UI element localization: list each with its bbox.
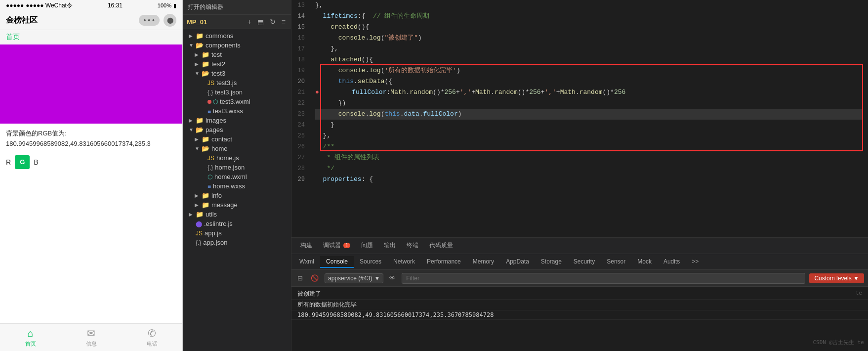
tab-debugger[interactable]: 调试器 1 (318, 239, 355, 253)
tree-item-test3wxml[interactable]: ⬡ test3.wxml (183, 97, 291, 106)
folder-label: info (211, 192, 222, 199)
bottom-nav-home[interactable]: ⌂ 首页 (0, 324, 61, 351)
json-file-icon: {.} (207, 89, 213, 96)
code-lines[interactable]: }, lifetimes:{ // 组件的生命周期 created(){ con… (309, 0, 868, 237)
json-file-icon: {.} (207, 164, 213, 171)
collapse-button[interactable]: ≡ (280, 17, 287, 27)
tree-item-contact[interactable]: ▶ 📁 contact (183, 134, 291, 144)
subtab-more[interactable]: >> (686, 256, 704, 268)
tree-item-home[interactable]: ▼ 📂 home (183, 144, 291, 153)
subtab-storage[interactable]: Storage (535, 256, 568, 268)
file-label: home.wxml (214, 173, 247, 180)
tree-item-test3wxss[interactable]: ≡ test3.wxss (183, 106, 291, 116)
arrow-icon: ▶ (189, 212, 196, 217)
console-source-1: te (856, 290, 862, 296)
tree-item-images[interactable]: ▶ 📁 images (183, 116, 291, 125)
tree-item-homewxml[interactable]: ⬡ home.wxml (183, 172, 291, 181)
tree-item-eslint[interactable]: ⬤ .eslintrc.js (183, 219, 291, 228)
arrow-icon: ▶ (195, 136, 202, 142)
home-icon: ⌂ (27, 328, 33, 339)
devtools-clear-button[interactable]: 🚫 (309, 273, 321, 283)
right-panel: 13 14 15 16 17 18 19 20 21 22 23 24 25 2… (291, 0, 868, 351)
home-nav-link[interactable]: 首页 (6, 33, 20, 41)
devtools-sidebar-toggle[interactable]: ⊟ (295, 273, 305, 283)
folder-label: home (211, 145, 228, 152)
signal-icon: ●●●●● (6, 2, 24, 9)
code-editor: 13 14 15 16 17 18 19 20 21 22 23 24 25 2… (291, 0, 868, 237)
g-label[interactable]: G (15, 155, 30, 170)
tree-item-message[interactable]: ▶ 📁 message (183, 200, 291, 210)
subtab-appdata[interactable]: AppData (500, 256, 535, 268)
tab-issues[interactable]: 问题 (356, 239, 378, 253)
subtab-performance[interactable]: Performance (421, 256, 467, 268)
subtab-sources[interactable]: Sources (354, 256, 387, 268)
tab-terminal[interactable]: 终端 (402, 239, 423, 253)
tree-item-test3[interactable]: ▼ 📂 test3 (183, 69, 291, 78)
folder-label: utils (206, 211, 217, 218)
file-label: home.js (216, 154, 239, 162)
tree-item-test3json[interactable]: {.} test3.json (183, 88, 291, 97)
tree-item-test3js[interactable]: JS test3.js (183, 78, 291, 88)
folder-open-icon: 📂 (202, 145, 209, 152)
new-folder-button[interactable]: ⬒ (256, 17, 265, 27)
file-tree-panel: 打开的编辑器 MP_01 + ⬒ ↻ ≡ ▶ 📁 commons ▼ 📂 com… (183, 0, 291, 351)
subtab-console[interactable]: Console (320, 256, 354, 268)
line-num-20: 20 (295, 76, 305, 87)
bottom-nav-phone[interactable]: ✆ 电话 (122, 324, 182, 351)
context-selector[interactable]: appservice (#43) ▼ (325, 273, 383, 283)
tree-item-homejson[interactable]: {.} home.json (183, 163, 291, 172)
folder-label: test3 (211, 70, 225, 77)
devtools-toolbar: ⊟ 🚫 appservice (#43) ▼ 👁 Custom levels ▼ (291, 270, 868, 287)
tree-item-test[interactable]: ▶ 📁 test (183, 50, 291, 59)
code-line-18: attached(){ (315, 54, 862, 65)
more-button[interactable]: • • • (139, 15, 160, 26)
folder-icon: 📁 (202, 192, 209, 199)
code-line-27: * 组件的属性列表 (315, 152, 862, 163)
tab-build[interactable]: 构建 (295, 239, 317, 253)
file-label: app.json (203, 239, 227, 246)
console-line-1: 被创建了 te (291, 289, 868, 300)
tree-item-utils[interactable]: ▶ 📁 utils (183, 210, 291, 219)
subtab-mock[interactable]: Mock (631, 256, 658, 268)
tree-item-appjs[interactable]: JS app.js (183, 228, 291, 238)
arrow-icon: ▼ (195, 71, 202, 76)
tree-item-homejs[interactable]: JS home.js (183, 153, 291, 163)
line-numbers: 13 14 15 16 17 18 19 20 21 22 23 24 25 2… (291, 0, 309, 237)
arrow-icon: ▼ (195, 146, 202, 151)
tree-item-components[interactable]: ▼ 📂 components (183, 41, 291, 50)
record-button[interactable]: ⬤ (164, 14, 176, 27)
refresh-button[interactable]: ↻ (268, 17, 277, 27)
console-line-3: 180.99459968589082,49.831605660017374,23… (291, 310, 868, 320)
subtab-memory[interactable]: Memory (467, 256, 500, 268)
subtab-audits[interactable]: Audits (658, 256, 686, 268)
tree-item-commons[interactable]: ▶ 📁 commons (183, 31, 291, 41)
tree-item-homewxss[interactable]: ≡ home.wxss (183, 181, 291, 191)
wechat-bottom-nav: ⌂ 首页 ✉ 信息 ✆ 电话 (0, 323, 182, 351)
home-label: 首页 (25, 340, 36, 348)
add-file-button[interactable]: + (246, 17, 253, 27)
eye-button[interactable]: 👁 (387, 273, 398, 283)
code-line-15: created(){ (315, 22, 862, 33)
subtab-network[interactable]: Network (387, 256, 421, 268)
bottom-nav-messages[interactable]: ✉ 信息 (61, 324, 122, 351)
subtab-sensor[interactable]: Sensor (601, 256, 631, 268)
tree-item-pages[interactable]: ▼ 📂 pages (183, 125, 291, 134)
arrow-icon: ▶ (195, 52, 202, 57)
tab-output[interactable]: 输出 (379, 239, 401, 253)
code-line-21: ● fullColor:Math.random()*256+','+Math.r… (315, 87, 862, 98)
tree-item-info[interactable]: ▶ 📁 info (183, 191, 291, 200)
arrow-icon: ▶ (195, 193, 202, 198)
filter-input[interactable] (402, 273, 805, 284)
folder-label: components (206, 42, 241, 49)
folder-label: message (211, 201, 238, 209)
custom-levels-button[interactable]: Custom levels ▼ (809, 273, 864, 283)
selector-arrow: ▼ (374, 275, 380, 282)
subtab-wxml[interactable]: Wxml (293, 256, 320, 268)
tab-code-quality[interactable]: 代码质量 (424, 239, 458, 253)
line-num-17: 17 (295, 44, 305, 54)
tree-item-appjson[interactable]: {.} app.json (183, 238, 291, 247)
tree-item-test2[interactable]: ▶ 📁 test2 (183, 59, 291, 69)
folder-label: commons (206, 32, 233, 40)
file-tree-header-title: 打开的编辑器 (188, 3, 223, 11)
subtab-security[interactable]: Security (568, 256, 601, 268)
